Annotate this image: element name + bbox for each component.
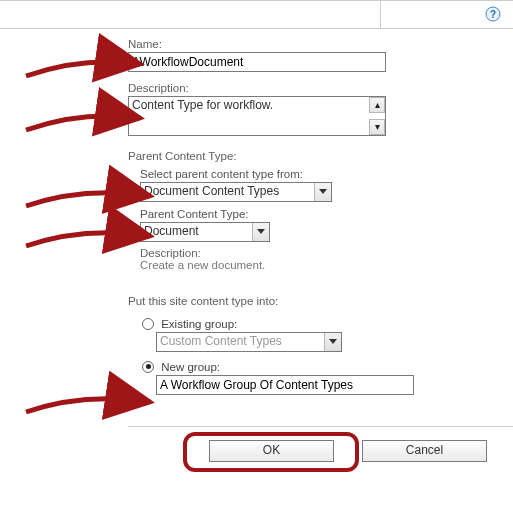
parent-group-select[interactable]: Document Content Types [140, 182, 332, 202]
cancel-button[interactable]: Cancel [362, 440, 487, 462]
parent-description: Description: Create a new document. [140, 247, 508, 271]
parent-desc-label: Description: [140, 247, 508, 259]
new-group-input[interactable] [156, 375, 414, 395]
parent-section-header: Parent Content Type: [128, 150, 508, 162]
divider [128, 426, 513, 427]
group-section: Put this site content type into: Existin… [128, 295, 508, 395]
dialog: { "header": { "notes_label": "Notes" }, … [0, 0, 513, 530]
existing-group-radio[interactable]: Existing group: [142, 317, 508, 330]
existing-group-select[interactable]: Custom Content Types [156, 332, 342, 352]
chevron-down-icon [324, 333, 341, 351]
parent-ct-select[interactable]: Document [140, 222, 270, 242]
radio-icon [142, 361, 154, 373]
help-icon[interactable]: ? [485, 6, 501, 22]
description-value: Content Type for workflow. [132, 98, 367, 134]
ok-button[interactable]: OK [209, 440, 334, 462]
name-input[interactable] [128, 52, 386, 72]
parent-group-select-value: Document Content Types [144, 184, 313, 198]
existing-group-label: Existing group: [161, 318, 237, 330]
scroll-up-icon[interactable]: ▴ [369, 97, 385, 113]
parent-ct-select-value: Document [144, 224, 251, 238]
radio-icon [142, 318, 154, 330]
existing-group-value: Custom Content Types [160, 334, 323, 348]
description-textarea[interactable]: Content Type for workflow. ▴ ▾ [128, 96, 386, 136]
form-area: Name: Description: Content Type for work… [128, 34, 508, 395]
put-into-label: Put this site content type into: [128, 295, 508, 307]
chevron-down-icon [252, 223, 269, 241]
new-group-radio[interactable]: New group: [142, 360, 508, 373]
chevron-down-icon [314, 183, 331, 201]
svg-text:?: ? [490, 9, 496, 20]
name-label: Name: [128, 38, 508, 50]
parent-ct-label: Parent Content Type: [140, 208, 508, 220]
select-from-label: Select parent content type from: [140, 168, 508, 180]
scroll-down-icon[interactable]: ▾ [369, 119, 385, 135]
divider [380, 0, 381, 28]
parent-desc-value: Create a new document. [140, 259, 508, 271]
divider [0, 28, 513, 29]
description-label: Description: [128, 82, 508, 94]
divider [0, 0, 513, 1]
new-group-label: New group: [161, 361, 220, 373]
button-row: OK Cancel [0, 440, 513, 488]
